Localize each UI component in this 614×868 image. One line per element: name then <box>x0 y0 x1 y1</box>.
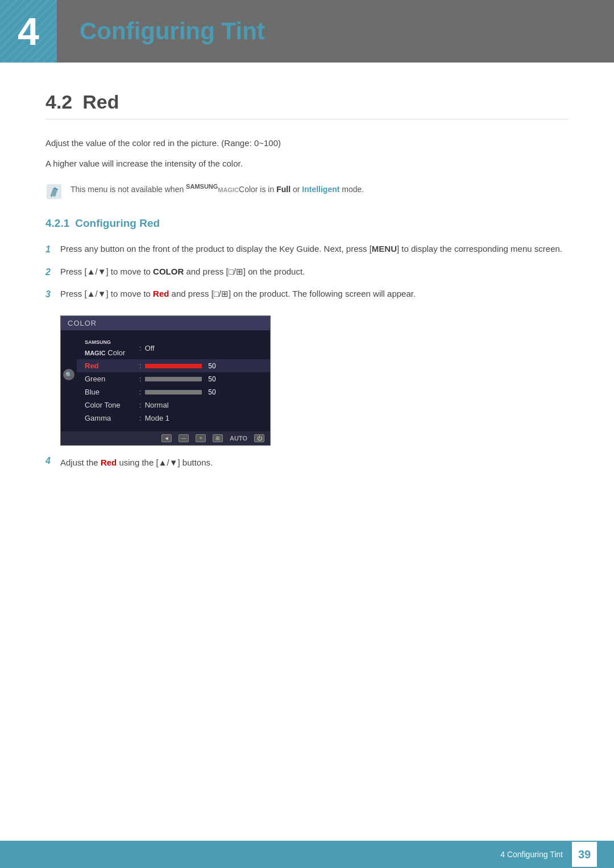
btn-auto-label: AUTO <box>230 435 247 442</box>
step-item: 2 Press [▲/▼] to move to COLOR and press… <box>45 265 569 280</box>
steps-list: 1 Press any button on the front of the p… <box>45 242 569 302</box>
btn-enter: ⊞ <box>213 434 223 442</box>
subsection-title: 4.2.1Configuring Red <box>45 217 569 230</box>
menu-row-magic-color: SAMSUNG MAGIC Color : Off <box>77 337 270 359</box>
desc1: Adjust the value of the color red in the… <box>45 136 569 150</box>
menu-row-green: Green : 50 <box>77 372 270 385</box>
red-slider <box>145 364 202 368</box>
footer-page-number: 39 <box>572 842 597 867</box>
step-item: 1 Press any button on the front of the p… <box>45 242 569 257</box>
footer-chapter-text: 4 Configuring Tint <box>500 850 563 859</box>
step-4-row: 4 Adjust the Red using the [▲/▼] buttons… <box>45 456 569 470</box>
note-box: This menu is not available when SAMSUNGM… <box>45 183 569 200</box>
svg-text:🔍: 🔍 <box>65 371 73 379</box>
desc2: A higher value will increase the intensi… <box>45 157 569 171</box>
green-slider <box>145 377 202 381</box>
menu-row-blue: Blue : 50 <box>77 385 270 398</box>
main-content: 4.2Red Adjust the value of the color red… <box>0 63 614 515</box>
note-text: This menu is not available when SAMSUNGM… <box>70 183 364 196</box>
menu-left-icon: 🔍 <box>61 335 77 431</box>
btn-minus: — <box>179 434 189 442</box>
selector-icon: 🔍 <box>62 368 76 381</box>
btn-plus: + <box>196 434 206 442</box>
chapter-title: Configuring Tint <box>80 18 265 45</box>
menu-bottom-bar: ◄ — + ⊞ AUTO ⏻ <box>61 431 270 445</box>
menu-row-color-tone: Color Tone : Normal <box>77 398 270 412</box>
step-item: 3 Press [▲/▼] to move to Red and press [… <box>45 287 569 302</box>
menu-screenshot: COLOR 🔍 SAMSUNG MAGIC Color <box>60 315 271 446</box>
menu-items-list: SAMSUNG MAGIC Color : Off Red : 50 <box>77 335 270 431</box>
menu-row-red: Red : 50 <box>77 359 270 372</box>
btn-left: ◄ <box>161 434 172 442</box>
note-icon <box>45 183 63 200</box>
menu-row-gamma: Gamma : Mode 1 <box>77 412 270 425</box>
btn-power: ⏻ <box>254 434 264 442</box>
section-title: 4.2Red <box>45 91 569 119</box>
menu-title-bar: COLOR <box>61 316 270 330</box>
chapter-number: 4 <box>0 0 57 63</box>
blue-slider <box>145 390 202 394</box>
page-footer: 4 Configuring Tint 39 <box>0 841 614 868</box>
page-header: 4 Configuring Tint <box>0 0 614 63</box>
menu-content: 🔍 SAMSUNG MAGIC Color : Off Red <box>61 330 270 431</box>
